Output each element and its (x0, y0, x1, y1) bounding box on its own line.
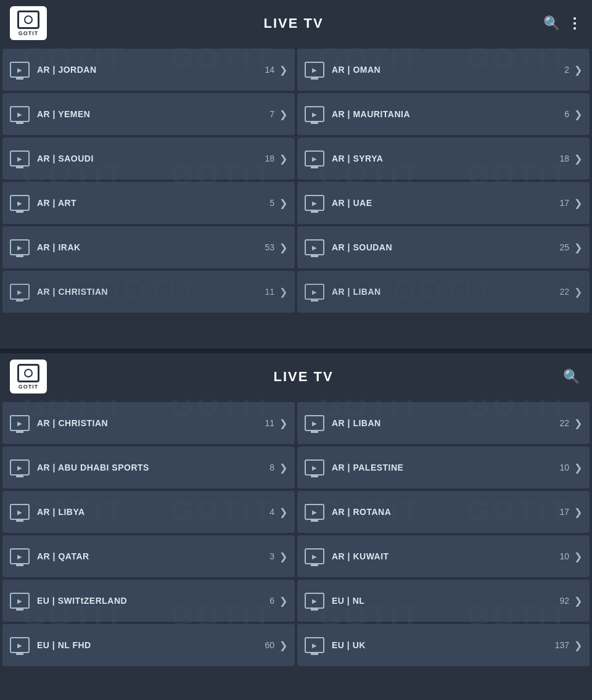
logo-label-top: GOTIT (18, 30, 39, 36)
channel-count: 17 (559, 507, 569, 517)
channel-item[interactable]: AR | ART 5 ❯ (2, 182, 295, 224)
channel-name: EU | SWITtZERLAND (37, 596, 269, 606)
tv-icon (10, 106, 30, 122)
tv-icon (305, 504, 324, 520)
channel-item[interactable]: EU | NL 92 ❯ (297, 580, 590, 622)
channel-item[interactable]: EU | SWITtZERLAND 6 ❯ (2, 580, 295, 622)
chevron-icon: ❯ (574, 551, 582, 562)
channel-name: AR | SOUDAN (332, 242, 559, 252)
channel-grid-bottom: AR | CHRISTIAN 11 ❯ AR | LIBAN 22 ❯ AR |… (0, 400, 592, 669)
logo-icon-bottom (17, 364, 39, 382)
channel-count: 7 (269, 109, 274, 119)
chevron-icon: ❯ (279, 462, 287, 474)
channel-item[interactable]: AR | PALESTINE 10 ❯ (297, 447, 590, 488)
channel-item[interactable]: AR | LIBAN 22 ❯ (297, 402, 590, 444)
channel-grid-top: AR | JORDAN 14 ❯ AR | OMAN 2 ❯ AR | YEME… (0, 46, 592, 315)
channel-count: 2 (564, 65, 569, 75)
channel-item[interactable]: EU | UK 137 ❯ (297, 624, 590, 666)
chevron-icon: ❯ (279, 506, 287, 518)
channel-item[interactable]: AR | YEMEN 7 ❯ (2, 93, 295, 135)
chevron-icon: ❯ (279, 242, 287, 253)
channel-item[interactable]: EU | NL FHD 60 ❯ (2, 624, 295, 666)
logo-top: GOTIT (10, 6, 47, 40)
channel-item[interactable]: AR | QATAR 3 ❯ (2, 535, 295, 577)
logo-icon-top (17, 10, 39, 29)
channel-item[interactable]: AR | MAURITANIA 6 ❯ (297, 93, 590, 135)
chevron-icon: ❯ (574, 462, 582, 474)
channel-name: AR | LIBAN (332, 418, 559, 428)
chevron-icon: ❯ (279, 64, 287, 76)
channel-item[interactable]: AR | LIBAN 22 ❯ (297, 271, 590, 313)
channel-item[interactable]: AR | IRAK 53 ❯ (2, 226, 295, 268)
channel-name: AR | SYRYA (332, 154, 559, 163)
channel-item[interactable]: AR | SOUDAN 25 ❯ (297, 226, 590, 268)
tv-icon (10, 504, 30, 520)
channel-name: AR | PALESTINE (332, 463, 559, 472)
channel-item[interactable]: AR | SYRYA 18 ❯ (297, 138, 590, 179)
channel-name: AR | ART (37, 198, 269, 208)
channel-name: AR | ABU DHABI SPORTS (37, 463, 269, 472)
channel-item[interactable]: AR | CHRISTIAN 11 ❯ (2, 271, 295, 313)
channel-name: AR | LIBYA (37, 507, 269, 517)
header-top: GOTIT LIVE TV 🔍 (0, 0, 592, 46)
channel-name: AR | CHRISTIAN (37, 287, 265, 297)
channel-item[interactable]: AR | ROTANA 17 ❯ (297, 491, 590, 533)
channel-item[interactable]: AR | LIBYA 4 ❯ (2, 491, 295, 533)
search-button-top[interactable]: 🔍 (540, 12, 562, 35)
chevron-icon: ❯ (574, 418, 582, 429)
channel-item[interactable]: AR | ABU DHABI SPORTS 8 ❯ (2, 447, 295, 488)
channel-count: 14 (265, 65, 274, 75)
section-divider (0, 348, 592, 353)
tv-icon (305, 239, 324, 255)
channel-item[interactable]: AR | UAE 17 ❯ (297, 182, 590, 224)
channel-name: AR | OMAN (332, 65, 564, 75)
tv-icon (10, 459, 30, 476)
channel-name: AR | MAURITANIA (332, 109, 564, 119)
channel-name: AR | IRAK (37, 242, 265, 252)
header-actions-top: 🔍 (540, 12, 582, 35)
channel-item[interactable]: AR | OMAN 2 ❯ (297, 49, 590, 91)
channel-count: 11 (265, 418, 274, 428)
chevron-icon: ❯ (574, 640, 582, 651)
channel-count: 6 (269, 596, 274, 606)
tv-icon (10, 150, 30, 167)
tv-icon (10, 62, 30, 78)
channel-count: 18 (265, 154, 274, 163)
chevron-icon: ❯ (574, 153, 582, 165)
chevron-icon: ❯ (279, 197, 287, 209)
tv-icon (305, 106, 324, 122)
more-button-top[interactable] (567, 12, 582, 35)
channel-count: 11 (265, 287, 274, 297)
tv-icon (10, 239, 30, 255)
chevron-icon: ❯ (574, 286, 582, 298)
channel-count: 22 (559, 418, 569, 428)
chevron-icon: ❯ (574, 242, 582, 253)
tv-icon (305, 459, 324, 476)
channel-count: 6 (564, 109, 569, 119)
channel-count: 22 (559, 287, 569, 297)
search-button-bottom[interactable]: 🔍 (560, 366, 582, 388)
channel-name: AR | YEMEN (37, 109, 269, 119)
channel-item[interactable]: AR | CHRISTIAN 11 ❯ (2, 402, 295, 444)
channel-name: AR | KUWAIT (332, 551, 559, 561)
chevron-icon: ❯ (574, 64, 582, 76)
channel-count: 17 (559, 198, 569, 208)
chevron-icon: ❯ (279, 640, 287, 651)
channel-count: 8 (269, 463, 274, 472)
channel-item[interactable]: AR | KUWAIT 10 ❯ (297, 535, 590, 577)
chevron-icon: ❯ (279, 109, 287, 120)
header-bottom: GOTIT LIVE TV 🔍 (0, 353, 592, 400)
channel-name: AR | ROTANA (332, 507, 559, 517)
tv-icon (10, 593, 30, 609)
tv-icon (305, 195, 324, 211)
channel-count: 18 (559, 154, 569, 163)
logo-label-bottom: GOTIT (18, 384, 39, 390)
channel-count: 10 (559, 551, 569, 561)
channel-count: 3 (269, 551, 274, 561)
channel-count: 92 (559, 596, 569, 606)
channel-item[interactable]: AR | SAOUDI 18 ❯ (2, 138, 295, 179)
channel-item[interactable]: AR | JORDAN 14 ❯ (2, 49, 295, 91)
tv-icon (305, 415, 324, 431)
channel-count: 10 (559, 463, 569, 472)
chevron-icon: ❯ (279, 286, 287, 298)
